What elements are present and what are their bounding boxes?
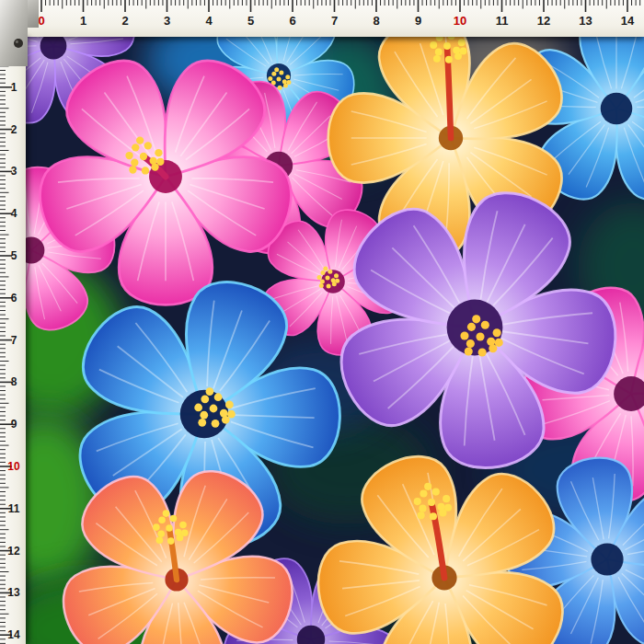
ruler-number-2: 2: [11, 123, 17, 136]
ruler-left: 1234567891011121314: [0, 37, 26, 644]
stamen-dot: [417, 512, 424, 519]
ruler-number-2: 2: [121, 14, 128, 28]
stamen-dot: [144, 142, 152, 149]
stamen-dot: [136, 136, 144, 144]
stamen-dot: [458, 39, 466, 46]
stamen-dot: [278, 86, 282, 90]
stamen-dot: [125, 152, 132, 159]
stamen-dot: [466, 339, 475, 348]
rivet-hole: [14, 39, 23, 48]
stamen-dot: [214, 393, 223, 401]
tick-marks: 01234567891011121314: [38, 0, 639, 28]
stamen-dot: [194, 404, 202, 412]
stamen-dot: [435, 49, 443, 56]
ruler-number-1: 1: [80, 14, 86, 28]
ruler-number-14: 14: [621, 14, 635, 28]
stamen-dot: [430, 41, 437, 49]
ruler-number-4: 4: [11, 207, 17, 220]
flower-fabric-image: [26, 37, 644, 644]
stamen-dot: [155, 149, 162, 156]
left-ruler-metal-end: [0, 0, 28, 66]
ruler-number-5: 5: [11, 249, 17, 262]
ruler-number-4: 4: [205, 14, 213, 28]
ruler-number-7: 7: [11, 334, 17, 347]
stamen-dot: [156, 536, 164, 544]
ruler-number-8: 8: [11, 375, 17, 388]
stamen-dot: [129, 166, 136, 173]
rivet-highlight: [16, 40, 18, 43]
stamen-dot: [467, 323, 476, 331]
stamen-dot: [201, 395, 209, 403]
stamen-dot: [476, 332, 484, 340]
stamen-dot: [142, 167, 149, 174]
ruler-number-14: 14: [7, 628, 20, 641]
ruler-number-11: 11: [496, 14, 509, 28]
stamen-dot: [326, 276, 330, 281]
stamen-dot: [495, 339, 503, 347]
stamen-dot: [328, 270, 332, 274]
stamen-dot: [170, 515, 178, 523]
ruler-top: 01234567891011121314: [0, 0, 644, 37]
stamen-dot: [156, 158, 164, 166]
ruler-number-13: 13: [7, 586, 20, 599]
stamen-dot: [132, 144, 139, 151]
stamen-dot: [323, 266, 328, 270]
stamen-dot: [153, 523, 160, 531]
stamen-dot: [268, 76, 272, 81]
stamen-dot: [335, 279, 339, 283]
stamen-dot: [445, 56, 453, 63]
stamen-dot: [428, 499, 435, 506]
stamen-dot: [163, 510, 170, 517]
stamen-dot: [432, 488, 440, 495]
stamen-dot: [166, 524, 173, 532]
flower-center: [601, 93, 633, 125]
ruler-number-7: 7: [331, 14, 338, 28]
ruler-number-3: 3: [164, 14, 170, 28]
ruler-number-11: 11: [8, 502, 20, 515]
ruler-number-13: 13: [579, 14, 592, 28]
stamen-dot: [131, 159, 138, 167]
stamen-dot: [277, 77, 282, 82]
stamen-dot: [140, 153, 147, 160]
stamen-dot: [271, 72, 276, 76]
stamen-dot: [285, 75, 290, 79]
stamen-dot: [179, 522, 187, 529]
ruler-number-6: 6: [11, 292, 17, 305]
stamen-dot: [424, 483, 431, 490]
stamen-dot: [212, 420, 220, 428]
ruler-corner-cap: [0, 0, 39, 66]
stamen-dot: [198, 419, 206, 427]
ruler-number-3: 3: [11, 165, 17, 178]
stamen-dot: [319, 283, 324, 288]
stamen-dot: [206, 387, 214, 396]
ruler-number-10: 10: [454, 14, 466, 28]
stamen-dot: [181, 530, 189, 537]
stamen-dot: [443, 42, 451, 50]
stamen-dot: [430, 512, 437, 520]
stamen-dot: [420, 489, 427, 497]
stamen-dot: [320, 270, 325, 275]
ruler-number-10: 10: [7, 460, 20, 473]
stamen-dot: [433, 55, 441, 63]
stamen-dot: [444, 504, 452, 512]
ruler-number-9: 9: [415, 14, 421, 28]
stamen-dot: [317, 275, 322, 280]
ruler-number-12: 12: [537, 14, 550, 28]
ruler-number-0: 0: [38, 14, 44, 28]
stamen-dot: [493, 328, 501, 337]
ruler-number-6: 6: [289, 14, 295, 28]
stamen-dot: [478, 348, 487, 356]
stamen-dot: [419, 505, 426, 512]
stamen-dot: [286, 80, 291, 85]
fabric-swatch-photo: 01234567891011121314 1234567891011121314: [0, 0, 644, 644]
stamen-dot: [481, 321, 489, 329]
stamen-dot: [443, 495, 450, 502]
stamen-dot: [274, 67, 279, 72]
ruler-number-1: 1: [11, 81, 17, 94]
stamen-dot: [210, 405, 218, 413]
stamen-dot: [157, 530, 165, 537]
stamen-dot: [167, 537, 175, 545]
tick-marks: 1234567891011121314: [0, 45, 20, 643]
ruler-number-9: 9: [11, 418, 17, 431]
ruler-number-12: 12: [7, 545, 20, 558]
